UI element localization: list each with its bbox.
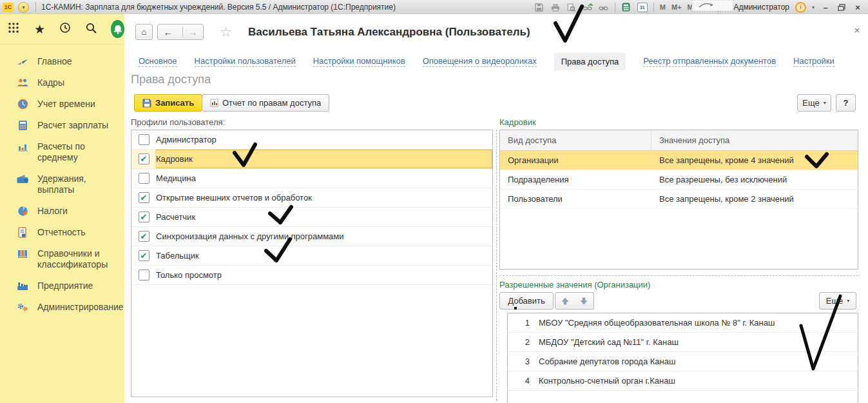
sidebar-item-uchet-vremeni[interactable]: Учет времени (0, 93, 124, 115)
access-row-podrazdeleniya[interactable]: Подразделения Все разрешены, без исключе… (500, 170, 858, 190)
favorites-star-icon[interactable]: ★ (34, 23, 45, 35)
memory-minus-icon[interactable]: M- (688, 3, 696, 11)
minimize-button[interactable]: – (820, 3, 831, 12)
sidebar-item-raschet-zarplaty[interactable]: Расчет зарплаты (0, 115, 124, 136)
sidebar-item-otchetnost[interactable]: Отчетность (0, 222, 124, 243)
apps-grid-icon[interactable] (8, 21, 21, 37)
allowed-more-button[interactable]: Еще ▾ (819, 292, 856, 310)
move-down-button[interactable] (574, 292, 594, 310)
profile-label: Открытие внешних отчетов и обработок (156, 193, 312, 202)
split-pane-icon[interactable] (701, 2, 711, 12)
close-button[interactable]: × (853, 3, 863, 12)
profile-row-administrator[interactable]: Администратор (131, 130, 492, 150)
horizontal-splitter[interactable] (499, 275, 858, 276)
access-row-polzovateli[interactable]: Пользователи Все запрещены, кроме 2 знач… (500, 190, 858, 209)
access-row-organizatsii[interactable]: Организации Все запрещены, кроме 4 значе… (500, 151, 858, 170)
sidebar-item-nalogi[interactable]: Налоги (0, 201, 124, 222)
row-number: 2 (508, 337, 530, 347)
sidebar-item-label: Отчетность (37, 227, 86, 238)
sidebar-item-glavnoe[interactable]: Главное (0, 51, 124, 72)
tab-nastroyki-polzovateley[interactable]: Настройки пользователей (195, 56, 296, 67)
access-value: Все запрещены, кроме 2 значений (651, 190, 858, 208)
vertical-splitter[interactable] (496, 130, 497, 400)
profile-row-tolko-prosmotr[interactable]: Только просмотр (131, 266, 492, 285)
checkbox[interactable] (139, 192, 149, 203)
allowed-row[interactable]: 2 МБДОУ "Детский сад №11" г. Канаш (508, 333, 858, 352)
tab-nastroyki-pomoshchnikov[interactable]: Настройки помощников (313, 56, 405, 67)
profile-row-tabelshchik[interactable]: Табельщик (131, 246, 492, 266)
checkbox[interactable] (139, 250, 149, 261)
profile-row-sinkhronizatsiya[interactable]: Синхронизация данных с другими программа… (131, 227, 492, 246)
info-icon[interactable]: i (795, 2, 806, 13)
back-button[interactable]: ← (158, 27, 178, 37)
info-caret-icon[interactable]: ▾ (812, 5, 815, 10)
form-close-icon[interactable]: × (851, 25, 863, 35)
checkbox-cell (131, 208, 156, 226)
save-button[interactable]: Записать (134, 94, 202, 112)
profile-row-vneshnie-otchety[interactable]: Открытие внешних отчетов и обработок (131, 188, 492, 208)
sidebar-item-label: Главное (37, 56, 72, 67)
access-report-button[interactable]: Отчет по правам доступа (202, 94, 329, 112)
access-kind: Пользователи (500, 190, 651, 208)
profile-row-kadrovik[interactable]: Кадровик (131, 150, 492, 169)
allowed-row[interactable]: 1 МБОУ "Средняя общеобразовательная школ… (508, 313, 858, 333)
print-icon[interactable] (550, 2, 561, 12)
home-button[interactable]: ⌂ (135, 24, 153, 40)
checkbox[interactable] (139, 173, 149, 184)
administrirovanie-icon (17, 302, 28, 312)
allowed-row[interactable]: 3 Собрание депутатов города Канаш (508, 352, 858, 371)
tab-reestr-dokumentov[interactable]: Реестр отправленных документов (643, 56, 776, 67)
sidebar-item-administrirovanie[interactable]: Администрирование (0, 297, 124, 318)
memory-plus-icon[interactable]: M+ (671, 3, 682, 11)
add-button[interactable]: Добавить (499, 292, 554, 310)
nav-history-group: ← → (157, 24, 204, 40)
calendar-icon[interactable]: 31 (637, 3, 648, 12)
move-up-button[interactable] (555, 292, 575, 310)
checkbox[interactable] (139, 153, 149, 164)
column-header-vid-dostupa[interactable]: Вид доступа (500, 130, 651, 150)
tab-prava-dostupa[interactable]: Права доступа (554, 53, 626, 70)
tab-opoveshcheniya[interactable]: Оповещения о видеороликах (423, 56, 537, 67)
main-content: ⌂ ← → ☆ Васильева Татьяна Александровна … (124, 14, 868, 403)
main-menu-button[interactable]: ▾ (18, 2, 29, 13)
current-user[interactable]: Администратор (724, 3, 789, 12)
sidebar-item-label: Справочники и классификаторы (37, 248, 118, 270)
history-icon[interactable] (59, 21, 72, 37)
restore-button[interactable] (836, 2, 847, 12)
column-header-znacheniya-dostupa[interactable]: Значения доступа (651, 130, 858, 150)
forward-button[interactable]: → (182, 27, 204, 37)
sidebar-item-uderzhaniya-vyplaty[interactable]: Удержания, выплаты (0, 168, 124, 201)
profile-row-meditsina[interactable]: Медицина (131, 169, 492, 188)
arrow-down-icon (579, 297, 588, 306)
save-icon[interactable] (534, 2, 545, 12)
go-to-link-icon[interactable] (583, 2, 593, 12)
calculator-icon[interactable] (621, 2, 632, 12)
profile-row-raschetchik[interactable]: Расчетчик (131, 208, 492, 227)
checkbox[interactable] (139, 231, 149, 242)
sidebar-item-label: Кадры (37, 77, 64, 88)
sidebar-item-kadry[interactable]: Кадры (0, 72, 124, 93)
checkbox[interactable] (139, 211, 149, 222)
checkbox[interactable] (139, 270, 149, 280)
help-button[interactable]: ? (836, 94, 856, 112)
row-number: 4 (508, 376, 530, 386)
notifications-bell-icon[interactable] (111, 20, 124, 38)
arrow-up-icon (561, 297, 570, 306)
sidebar-item-spravochniki[interactable]: Справочники и классификаторы (0, 243, 124, 275)
sidebar-item-label: Налоги (37, 206, 68, 217)
sidebar-item-raschety-po-srednemu[interactable]: Расчеты по среднему (0, 136, 124, 168)
more-button[interactable]: Еще ▾ (797, 94, 831, 112)
checkbox[interactable] (139, 134, 149, 145)
print-preview-icon[interactable] (566, 2, 577, 12)
sidebar-item-label: Предприятие (37, 280, 93, 291)
allowed-row[interactable]: 4 Контрольно-счетный орган г.Канаш (508, 371, 858, 391)
tab-nastroyki[interactable]: Настройки (793, 56, 834, 67)
memory-icon[interactable]: M (660, 3, 666, 11)
get-link-icon[interactable] (599, 2, 609, 12)
favorite-star-icon[interactable]: ☆ (220, 25, 232, 40)
profile-label: Администратор (156, 135, 217, 144)
titlebar-separator (35, 2, 36, 12)
sidebar-item-predpriyatie[interactable]: Предприятие (0, 275, 124, 297)
tab-osnovnoe[interactable]: Основное (139, 56, 177, 67)
search-icon[interactable] (85, 22, 97, 37)
